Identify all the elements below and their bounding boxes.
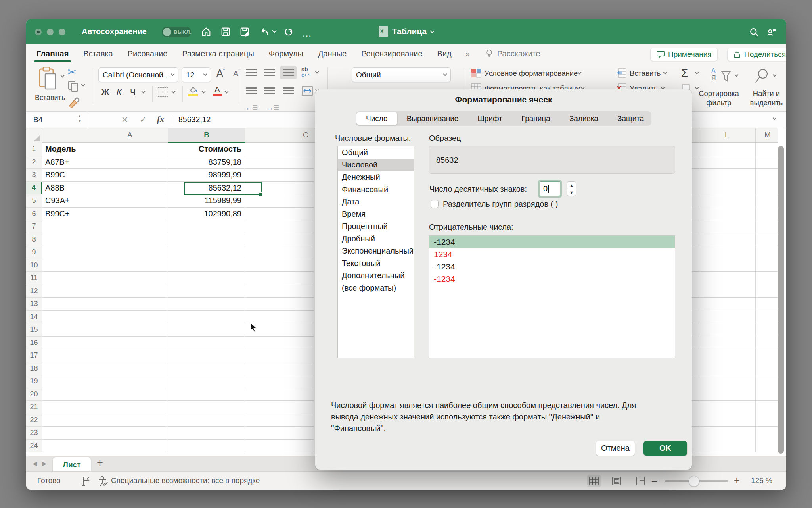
accessibility-icon[interactable] xyxy=(98,475,108,487)
column-header-c[interactable]: C xyxy=(303,131,308,139)
cancel-button[interactable]: Отмена xyxy=(596,441,635,456)
cell-a11[interactable] xyxy=(42,272,168,285)
align-center-icon[interactable] xyxy=(264,87,275,94)
thousands-separator-checkbox[interactable] xyxy=(431,200,439,208)
cell-c21[interactable] xyxy=(245,401,314,414)
cell-b12[interactable] xyxy=(168,285,245,298)
paste-label[interactable]: Вставить xyxy=(35,94,65,102)
underline-dropdown-chevron[interactable] xyxy=(142,90,146,94)
category-item[interactable]: Дробный xyxy=(338,233,414,245)
row-header-19[interactable]: 19 xyxy=(26,375,42,388)
row-header-10[interactable]: 10 xyxy=(26,259,42,272)
insert-function-icon[interactable]: fx xyxy=(157,114,164,124)
row-header-17[interactable]: 17 xyxy=(26,349,42,362)
row-header-4[interactable]: 4 xyxy=(26,182,42,195)
cell-b23[interactable] xyxy=(168,427,245,440)
negative-format-option[interactable]: -1234 xyxy=(429,273,675,285)
document-title-group[interactable]: Таблица xyxy=(26,26,786,37)
tab-overflow-indicator[interactable]: » xyxy=(465,49,470,58)
cell-b14[interactable] xyxy=(168,311,245,324)
row-header-20[interactable]: 20 xyxy=(26,388,42,401)
cell-c24[interactable] xyxy=(245,440,314,453)
category-item[interactable]: Общий xyxy=(338,146,414,159)
font-color-dropdown-chevron[interactable] xyxy=(225,90,229,94)
number-format-combo[interactable]: Общий xyxy=(352,67,451,82)
cell-b22[interactable] xyxy=(168,414,245,427)
name-box[interactable]: B4 ▲▼ xyxy=(29,112,87,128)
dialog-tab-Граница[interactable]: Граница xyxy=(512,112,560,125)
format-painter-icon[interactable] xyxy=(67,96,80,108)
sort-filter-chevron[interactable] xyxy=(735,73,739,77)
cancel-entry-icon[interactable]: ✕ xyxy=(121,115,128,125)
comments-button[interactable]: Примечания xyxy=(650,48,718,61)
cell-c6[interactable] xyxy=(245,208,314,221)
category-item[interactable]: Текстовый xyxy=(338,257,414,269)
zoom-in-button[interactable]: + xyxy=(734,475,740,486)
ribbon-tab-Рисование[interactable]: Рисование xyxy=(127,46,169,62)
cell-c1[interactable] xyxy=(245,143,314,156)
align-left-icon[interactable] xyxy=(246,87,257,94)
cell-a8[interactable] xyxy=(42,233,168,246)
row-header-6[interactable]: 6 xyxy=(26,208,42,221)
row-header-15[interactable]: 15 xyxy=(26,323,42,337)
conditional-formatting-label[interactable]: Условное форматирование xyxy=(485,69,578,78)
conditional-formatting-chevron[interactable] xyxy=(578,71,582,75)
cell-a17[interactable] xyxy=(42,349,168,362)
cell-b9[interactable] xyxy=(168,246,245,259)
borders-dropdown-chevron[interactable] xyxy=(172,90,176,94)
share-button[interactable]: Поделиться xyxy=(727,48,786,61)
cell-c5[interactable] xyxy=(245,194,314,208)
cell-b6[interactable]: 102990,89 xyxy=(168,208,245,221)
cell-c11[interactable] xyxy=(245,272,314,285)
cell-a18[interactable] xyxy=(42,362,168,375)
paste-clipboard-icon[interactable] xyxy=(37,67,58,91)
cell-a21[interactable] xyxy=(42,401,168,414)
cell-a10[interactable] xyxy=(42,259,168,272)
row-header-3[interactable]: 3 xyxy=(26,169,42,182)
align-bottom-active-bg[interactable] xyxy=(280,66,297,79)
insert-cells-chevron[interactable] xyxy=(663,71,667,75)
cell-c12[interactable] xyxy=(245,285,314,298)
add-sheet-button[interactable]: + xyxy=(97,457,103,469)
ok-button[interactable]: OK xyxy=(643,441,687,456)
cell-c23[interactable] xyxy=(245,427,314,440)
cell-c10[interactable] xyxy=(245,259,314,272)
cell-c19[interactable] xyxy=(245,375,314,388)
row-header-5[interactable]: 5 xyxy=(26,194,42,208)
negative-format-option[interactable]: -1234 xyxy=(429,260,675,273)
dialog-tab-Число[interactable]: Число xyxy=(356,112,397,125)
cell-a2[interactable]: A87B+ xyxy=(42,156,168,169)
normal-view-icon[interactable] xyxy=(587,475,601,487)
cell-a9[interactable] xyxy=(42,246,168,259)
ribbon-tab-Формулы[interactable]: Формулы xyxy=(268,46,304,62)
cell-a22[interactable] xyxy=(42,414,168,427)
merge-cells-icon[interactable] xyxy=(301,86,313,96)
cell-c22[interactable] xyxy=(245,414,314,427)
font-color-icon[interactable]: А xyxy=(213,85,222,96)
borders-icon[interactable] xyxy=(158,87,168,97)
cell-b7[interactable] xyxy=(168,220,245,233)
align-top-icon[interactable] xyxy=(246,69,257,76)
column-header-a[interactable]: A xyxy=(127,131,132,139)
row-header-16[interactable]: 16 xyxy=(26,337,42,350)
cell-a23[interactable] xyxy=(42,427,168,440)
row-header-9[interactable]: 9 xyxy=(26,246,42,259)
cell-c16[interactable] xyxy=(245,337,314,350)
row-header-7[interactable]: 7 xyxy=(26,220,42,233)
row-header-23[interactable]: 23 xyxy=(26,427,42,440)
cell-a19[interactable] xyxy=(42,375,168,388)
cell-b16[interactable] xyxy=(168,337,245,350)
filter-funnel-icon[interactable] xyxy=(721,71,731,83)
cell-b24[interactable] xyxy=(168,440,245,453)
ribbon-tab-Разметка страницы[interactable]: Разметка страницы xyxy=(181,46,255,62)
cell-c20[interactable] xyxy=(245,388,314,401)
category-item[interactable]: Время xyxy=(338,208,414,220)
grow-font-icon[interactable]: Аˆ xyxy=(216,67,225,79)
category-item[interactable]: (все форматы) xyxy=(338,282,414,294)
formula-bar-expand-chevron[interactable] xyxy=(773,116,777,120)
cell-c18[interactable] xyxy=(245,362,314,375)
cell-b21[interactable] xyxy=(168,401,245,414)
tell-me-control[interactable]: Расскажите xyxy=(485,49,540,58)
cell-a5[interactable]: C93A+ xyxy=(42,194,168,208)
fill-color-icon[interactable] xyxy=(188,86,198,96)
